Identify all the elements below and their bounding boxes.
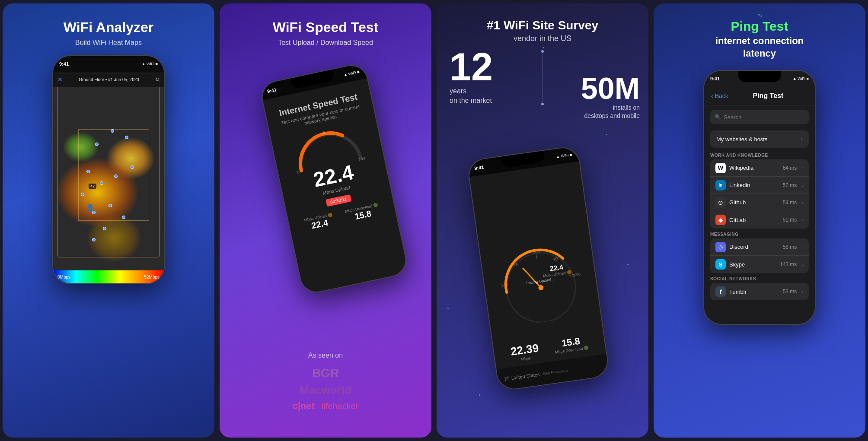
svg-text:100: 100 [358,156,365,162]
wikipedia-row[interactable]: W Wikipedia 64 ms › [710,159,809,177]
svg-line-14 [523,266,541,289]
github-ms: 54 ms [783,200,797,206]
location-flag: 🏴 United States [504,371,540,382]
wifi-dot [100,181,103,185]
section-label-social: SOCIAL NETWORKS [704,273,815,283]
label-42: 42 [89,184,96,189]
floor-plan [57,73,160,257]
search-wrapper: 🔍 Search [704,105,815,129]
ping-back-button[interactable]: ‹ Back [711,92,728,99]
divider-line [542,52,543,104]
github-icon: ⊙ [715,197,726,208]
ping-screen: 9:41 ▲ WiFi ■ ‹ Back Ping Test 🔍 [704,71,815,324]
github-row[interactable]: ⊙ Github 54 ms › [710,194,809,211]
ping-nav-title: Ping Test [728,92,808,100]
wifi-dot [131,165,134,169]
as-seen-on-label: As seen on [308,352,343,359]
person-icon: 👤 [86,204,94,211]
heatmap-legend: 0Mbps 52Mbps [53,270,164,283]
github-name: Github [729,199,779,206]
svg-text:0: 0 [297,170,300,175]
linkedin-icon: in [715,180,726,190]
status-time-1: 9:41 [59,61,69,67]
search-icon: 🔍 [715,114,721,120]
installs-number: 50M [581,73,640,104]
years-number: 12 [450,48,493,86]
gitlab-icon: ◆ [715,215,726,225]
social-list: t Tumblr 53 ms › [710,283,809,300]
panel-1-subtitle: Build WiFi Heat Maps [67,39,150,47]
row-chevron: › [802,289,804,294]
media-row-2: c|net lifehacker [293,400,359,412]
search-box[interactable]: 🔍 Search [710,110,809,124]
download-speed-item: Mbps Download 🟢 15.8 [345,203,380,224]
panel-2-title: WiFi Speed Test [264,19,387,35]
panel-1-title: WiFi Analyzer [55,19,162,35]
status-time-2: 9:41 [267,87,277,94]
phone-1-mockup: 9:41 ▲ WiFi ■ ✕ Ground Floor • #1 Jun 05… [52,55,165,284]
phone-1-screen: 9:41 ▲ WiFi ■ ✕ Ground Floor • #1 Jun 05… [53,56,164,283]
linkedin-row[interactable]: in Linkedin 52 ms › [710,177,809,194]
panel-3-subtitle: vendor in the US [487,34,598,43]
close-icon: ✕ [57,76,63,83]
skype-ms: 143 ms [780,261,797,267]
nav-floor-title: Ground Floor • #1 Jun 05, 2023 [66,77,152,82]
wifi-dot [122,216,125,219]
ping-test-title: Ping Test [715,19,804,33]
location-city: San Francisco [543,368,568,376]
phone-4-mockup: 9:41 ▲ WiFi ■ ‹ Back Ping Test 🔍 [703,70,816,325]
tumblr-row[interactable]: t Tumblr 53 ms › [710,283,809,300]
panel-ping-test: ∿ Ping Test internet connectionlatency 9… [654,3,865,438]
row-chevron: › [802,217,804,222]
row-chevron: › [802,262,804,267]
heatmap-max-label: 52Mbps [144,275,160,279]
skype-icon: S [715,259,726,270]
status-icons-2: ▲ WiFi ■ [343,70,360,78]
media-section: As seen on BGR Macworld c|net lifehacker [220,352,431,412]
my-sites-label: My websites & hosts [716,136,768,143]
wifi-dot [92,211,96,214]
skype-row[interactable]: S Skype 143 ms › [710,256,809,273]
wifi-dot [92,238,96,241]
status-icons-3: ▲ WiFi ■ [556,152,572,159]
messaging-list: ◎ Discord 58 ms › S Skype 143 ms › [710,238,809,273]
discord-icon: ◎ [715,242,726,252]
panel-2-subtitle: Test Upload / Download Speed [269,39,382,47]
svg-text:1000: 1000 [571,272,581,278]
linkedin-name: Linkedin [729,182,779,188]
search-placeholder: Search [724,114,741,121]
stats-container: 12 yearson the market 50M installs ondes… [437,48,648,134]
wikipedia-ms: 64 ms [783,165,797,171]
linkedin-ms: 52 ms [783,182,797,188]
tumblr-icon: t [715,286,726,297]
tumblr-name: Tumblr [729,289,779,295]
timer-bar: 00:30:11 [326,194,352,207]
gitlab-row[interactable]: ◆ GitLab 51 ms › [710,211,809,228]
chevron-left-icon: ‹ [711,92,713,99]
wifi-dot [114,174,118,178]
phone-notch-4 [738,71,781,82]
phone-3-mockup: 9:41 ▲ WiFi ■ [466,145,610,392]
installs-stat: 50M installs ondesktops and mobile [581,73,640,121]
wikipedia-name: Wikipedia [729,165,779,171]
tumblr-ms: 53 ms [783,289,797,295]
svg-text:Testing Upload...: Testing Upload... [525,277,555,285]
lifehacker-label: lifehacker [322,401,359,411]
row-chevron: › [802,165,804,171]
my-sites-row[interactable]: My websites & hosts › [710,130,809,148]
gauge-svg: 500 200 1000 60 10 Testing Upload... [487,230,593,329]
work-list: W Wikipedia 64 ms › in Linkedin 52 ms › … [710,159,809,228]
back-label: Back [715,92,728,99]
waveform-icon: ∿ [757,11,763,19]
discord-row[interactable]: ◎ Discord 58 ms › [710,238,809,256]
panel-wifi-speed: WiFi Speed Test Test Upload / Download S… [220,3,431,438]
phone-4-wrapper: 9:41 ▲ WiFi ■ ‹ Back Ping Test 🔍 [703,70,816,325]
panel-site-survey: #1 WiFi Site Survey vendor in the US 12 … [437,3,648,438]
skype-name: Skype [729,261,776,268]
my-sites-chevron: › [801,136,803,142]
cnet-label: c|net [293,400,315,412]
panel-3-title: #1 WiFi Site Survey [487,19,598,32]
discord-ms: 58 ms [783,244,797,250]
survey-screen: 9:41 ▲ WiFi ■ [467,146,609,390]
refresh-icon: ↻ [155,76,160,82]
